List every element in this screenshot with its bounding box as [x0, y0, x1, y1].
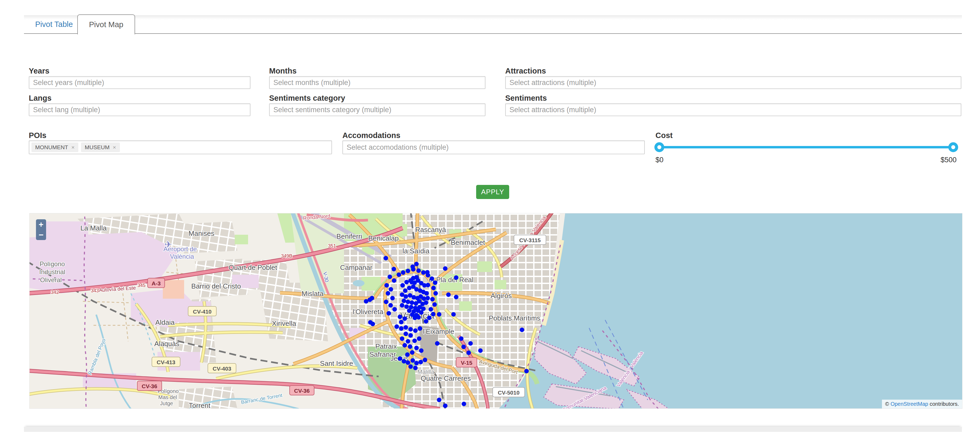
- sentiments-category-label: Sentiments category: [269, 94, 345, 103]
- map-attribution: © OpenStreetMap contributors.: [882, 400, 962, 408]
- svg-text:l'Olivereta: l'Olivereta: [353, 308, 383, 316]
- sentiments-input[interactable]: [505, 104, 961, 116]
- cost-min-value: $0: [655, 156, 663, 164]
- svg-text:Barrio del Cristo: Barrio del Cristo: [191, 282, 241, 290]
- svg-text:Malilla: Malilla: [417, 368, 434, 375]
- svg-text:Campanar: Campanar: [340, 263, 372, 271]
- attractions-input[interactable]: [505, 76, 961, 89]
- svg-text:Rascanyà: Rascanyà: [415, 226, 446, 234]
- attractions-label: Attractions: [505, 67, 546, 75]
- svg-text:345: 345: [137, 283, 145, 288]
- attribution-prefix: ©: [885, 401, 891, 407]
- remove-tag-icon[interactable]: ×: [113, 144, 116, 150]
- pois-label: POIs: [29, 131, 46, 140]
- poi-tag-label: MONUMENT: [35, 144, 68, 150]
- cost-slider-handle-max[interactable]: [948, 142, 958, 152]
- sentiments-category-input[interactable]: [269, 104, 485, 116]
- cost-slider-track[interactable]: [655, 146, 957, 148]
- sentiments-label: Sentiments: [505, 94, 547, 103]
- apply-button[interactable]: APPLY: [476, 185, 509, 199]
- cost-slider[interactable]: [655, 141, 957, 153]
- svg-text:CV-403: CV-403: [213, 366, 231, 372]
- svg-text:Mas del: Mas del: [158, 394, 177, 400]
- svg-text:Industrial: Industrial: [39, 268, 65, 276]
- cost-max-value: $500: [940, 156, 956, 164]
- cost-slider-handle-min[interactable]: [654, 142, 664, 152]
- attribution-suffix: contributors.: [928, 401, 959, 407]
- remove-tag-icon[interactable]: ×: [72, 144, 75, 150]
- svg-text:CV-36: CV-36: [294, 388, 310, 394]
- svg-text:✈: ✈: [164, 239, 172, 249]
- svg-text:Manises: Manises: [189, 229, 215, 237]
- svg-text:342: 342: [51, 290, 59, 295]
- months-input[interactable]: [269, 76, 485, 89]
- cost-label: Cost: [655, 131, 673, 140]
- svg-text:CV-36: CV-36: [142, 383, 157, 389]
- map-zoom-control: + −: [36, 219, 46, 240]
- svg-text:349B: 349B: [281, 253, 292, 259]
- svg-text:351: 351: [328, 243, 336, 248]
- svg-text:Oliveral: Oliveral: [40, 276, 62, 284]
- svg-text:Aldaia: Aldaia: [155, 319, 175, 327]
- tab-pivot-table[interactable]: Pivot Table: [24, 15, 84, 34]
- pois-input[interactable]: MONUMENT× MUSEUM×: [29, 140, 332, 154]
- svg-text:Torrent: Torrent: [189, 401, 211, 409]
- svg-text:Benimaclet: Benimaclet: [451, 239, 485, 247]
- svg-text:Mislata: Mislata: [302, 290, 324, 298]
- svg-text:Quatre Carreres: Quatre Carreres: [421, 374, 471, 382]
- tab-pivot-map[interactable]: Pivot Map: [77, 14, 135, 34]
- zoom-out-button[interactable]: −: [36, 230, 46, 240]
- tab-bar: Pivot Table Pivot Map: [24, 15, 962, 34]
- svg-text:La Malla: La Malla: [81, 224, 107, 232]
- svg-text:343: 343: [91, 288, 99, 293]
- svg-text:Sant Isidre: Sant Isidre: [320, 359, 353, 367]
- svg-text:Polígono: Polígono: [40, 260, 65, 268]
- accomodations-label: Accomodations: [342, 131, 401, 140]
- poi-tag-monument[interactable]: MONUMENT×: [32, 143, 78, 152]
- zoom-in-button[interactable]: +: [36, 219, 46, 230]
- svg-text:Alaquàs: Alaquàs: [154, 340, 179, 348]
- svg-text:Xirivella: Xirivella: [272, 319, 296, 327]
- months-label: Months: [269, 67, 297, 75]
- langs-input[interactable]: [29, 104, 250, 116]
- svg-text:l'Eixample: l'Eixample: [423, 327, 454, 335]
- svg-text:CV-5010: CV-5010: [498, 390, 520, 396]
- svg-text:Patraix: Patraix: [375, 342, 397, 350]
- svg-text:Benicalap: Benicalap: [368, 234, 399, 242]
- poi-tag-museum[interactable]: MUSEUM×: [81, 143, 120, 152]
- svg-text:Poblats Marítims: Poblats Marítims: [488, 314, 540, 322]
- years-input[interactable]: [29, 76, 250, 89]
- svg-text:CV-410: CV-410: [193, 309, 212, 315]
- svg-text:Jutge: Jutge: [160, 400, 173, 406]
- svg-text:València: València: [170, 253, 194, 260]
- years-label: Years: [29, 67, 49, 75]
- map-container: La MallaManisesQuart de PobletBarrio del…: [29, 213, 963, 409]
- park-lake: [353, 280, 364, 287]
- langs-label: Langs: [29, 94, 51, 103]
- map-canvas[interactable]: La MallaManisesQuart de PobletBarrio del…: [30, 213, 963, 409]
- svg-text:Quart de Poblet: Quart de Poblet: [229, 263, 277, 271]
- openstreetmap-link[interactable]: OpenStreetMap: [891, 401, 928, 407]
- svg-text:Algirós: Algirós: [490, 292, 512, 300]
- poi-tag-label: MUSEUM: [85, 144, 110, 150]
- svg-text:Beniferri: Beniferri: [337, 233, 363, 241]
- svg-text:A-3: A-3: [152, 280, 161, 287]
- svg-text:V-15: V-15: [461, 360, 473, 366]
- svg-text:CV-413: CV-413: [157, 359, 175, 365]
- svg-text:CV-3115: CV-3115: [519, 237, 541, 243]
- footer-bar: [24, 427, 962, 432]
- svg-text:la Saïdia: la Saïdia: [402, 247, 430, 255]
- retail-area: [163, 280, 184, 299]
- accomodations-input[interactable]: [342, 140, 645, 154]
